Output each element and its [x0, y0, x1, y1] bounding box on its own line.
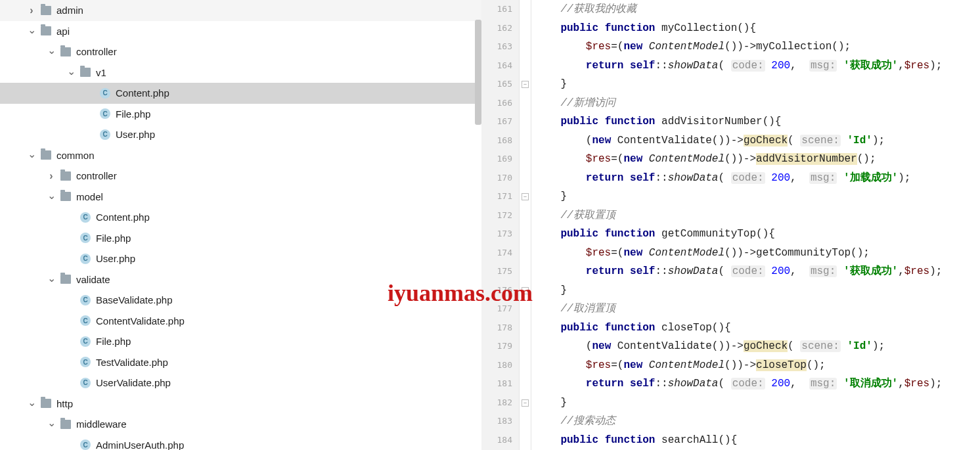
- chevron-down-icon[interactable]: ⌄: [66, 66, 76, 76]
- node-label: model: [76, 191, 103, 202]
- chevron-right-icon[interactable]: ›: [46, 171, 56, 181]
- php-class-icon: C: [80, 336, 91, 347]
- code-line[interactable]: $res=(new ContentModel())->myCollection(…: [535, 37, 980, 56]
- code-line[interactable]: $res=(new ContentModel())->closeTop();: [535, 356, 980, 375]
- php-class-icon: C: [80, 295, 91, 305]
- file-node-file-php[interactable]: CFile.php: [0, 331, 481, 352]
- code-line[interactable]: return self::showData( code: 200, msg: '…: [535, 56, 980, 76]
- node-label: v1: [96, 67, 106, 78]
- folder-node-model[interactable]: ⌄model: [0, 187, 481, 208]
- chevron-right-icon[interactable]: ›: [26, 5, 37, 16]
- fold-toggle-icon[interactable]: −: [522, 193, 529, 200]
- line-number: 161: [481, 0, 519, 19]
- folder-node-middleware[interactable]: ⌄middleware: [0, 414, 481, 435]
- line-number: 163: [481, 37, 519, 56]
- file-tree-sidebar[interactable]: ›admin⌄api⌄controller⌄v1CContent.phpCFil…: [0, 0, 481, 450]
- line-number: 181: [481, 374, 519, 394]
- code-area[interactable]: //获取我的收藏 public function myCollection(){…: [531, 0, 980, 450]
- php-class-icon: C: [80, 378, 91, 388]
- line-number: 164: [481, 56, 519, 76]
- sidebar-scrollbar-thumb[interactable]: [475, 20, 481, 125]
- node-label: Content.php: [116, 87, 169, 99]
- code-line[interactable]: public function closeTop(){: [535, 319, 980, 338]
- fold-column[interactable]: −−−−: [520, 0, 531, 450]
- file-node-testvalidate-php[interactable]: CTestValidate.php: [0, 352, 481, 373]
- code-line[interactable]: }: [535, 281, 980, 300]
- node-label: ContentValidate.php: [96, 315, 185, 326]
- php-class-icon: C: [100, 108, 110, 119]
- file-node-file-php[interactable]: CFile.php: [0, 228, 481, 249]
- chevron-down-icon[interactable]: ⌄: [46, 190, 56, 200]
- chevron-down-icon[interactable]: ⌄: [26, 148, 37, 159]
- folder-icon: [60, 192, 71, 201]
- node-label: validate: [76, 274, 110, 285]
- folder-node-v1[interactable]: ⌄v1: [0, 62, 481, 83]
- code-line[interactable]: return self::showData( code: 200, msg: '…: [535, 374, 980, 394]
- node-label: AdminUserAuth.php: [96, 439, 184, 450]
- code-line[interactable]: //获取我的收藏: [535, 0, 980, 19]
- folder-icon: [60, 275, 71, 284]
- code-line[interactable]: return self::showData( code: 200, msg: '…: [535, 169, 980, 188]
- fold-toggle-icon[interactable]: −: [522, 287, 529, 294]
- code-line[interactable]: public function myCollection(){: [535, 19, 980, 38]
- folder-icon: [41, 399, 51, 408]
- node-label: http: [56, 398, 73, 409]
- file-node-contentvalidate-php[interactable]: CContentValidate.php: [0, 311, 481, 332]
- chevron-down-icon[interactable]: ⌄: [46, 418, 56, 428]
- line-number: 179: [481, 337, 519, 356]
- code-line[interactable]: }: [535, 75, 980, 94]
- node-label: TestValidate.php: [96, 357, 168, 368]
- fold-toggle-icon[interactable]: −: [522, 399, 529, 407]
- code-line[interactable]: public function searchAll(){: [535, 431, 980, 450]
- file-node-uservalidate-php[interactable]: CUserValidate.php: [0, 372, 481, 394]
- file-node-user-php[interactable]: CUser.php: [0, 124, 481, 145]
- node-label: api: [56, 26, 70, 37]
- file-node-content-php[interactable]: CContent.php: [0, 83, 481, 104]
- code-line[interactable]: //新增访问: [535, 94, 980, 113]
- code-line[interactable]: (new ContentValidate())->goCheck( scene:…: [535, 131, 980, 150]
- code-line[interactable]: $res=(new ContentModel())->getCommunityT…: [535, 244, 980, 263]
- folder-node-http[interactable]: ⌄http: [0, 394, 481, 415]
- line-number: 168: [481, 131, 519, 150]
- folder-node-common[interactable]: ⌄common: [0, 145, 481, 166]
- chevron-down-icon[interactable]: ⌄: [26, 24, 37, 35]
- line-number: 180: [481, 356, 519, 375]
- code-line[interactable]: public function getCommunityTop(){: [535, 225, 980, 244]
- line-number: 183: [481, 412, 519, 431]
- code-line[interactable]: }: [535, 394, 980, 413]
- folder-icon: [60, 171, 71, 181]
- code-line[interactable]: (new ContentValidate())->goCheck( scene:…: [535, 337, 980, 356]
- code-line[interactable]: //取消置顶: [535, 300, 980, 319]
- code-line[interactable]: return self::showData( code: 200, msg: '…: [535, 262, 980, 281]
- php-class-icon: C: [80, 254, 91, 264]
- folder-node-admin[interactable]: ›admin: [0, 0, 481, 21]
- line-number: 176: [481, 281, 519, 300]
- folder-node-controller[interactable]: ›controller: [0, 166, 481, 187]
- line-number: 174: [481, 244, 519, 263]
- folder-icon: [80, 68, 91, 77]
- folder-node-validate[interactable]: ⌄validate: [0, 269, 481, 290]
- line-number: 162: [481, 19, 519, 38]
- code-line[interactable]: }: [535, 187, 980, 206]
- file-node-basevalidate-php[interactable]: CBaseValidate.php: [0, 290, 481, 311]
- code-line[interactable]: //获取置顶: [535, 206, 980, 225]
- folder-node-api[interactable]: ⌄api: [0, 21, 481, 42]
- folder-node-controller[interactable]: ⌄controller: [0, 41, 481, 62]
- code-line[interactable]: //搜索动态: [535, 412, 980, 431]
- code-line[interactable]: $res=(new ContentModel())->addVisitorNum…: [535, 150, 980, 169]
- chevron-down-icon[interactable]: ⌄: [46, 273, 56, 283]
- line-number: 182: [481, 394, 519, 413]
- node-label: File.php: [116, 108, 150, 120]
- node-label: User.php: [96, 253, 135, 264]
- chevron-down-icon[interactable]: ⌄: [46, 45, 56, 56]
- code-editor[interactable]: 1611621631641651661671681691701711721731…: [481, 0, 980, 450]
- fold-toggle-icon[interactable]: −: [522, 81, 529, 88]
- file-node-adminuserauth-php[interactable]: CAdminUserAuth.php: [0, 435, 481, 451]
- file-node-content-php[interactable]: CContent.php: [0, 207, 481, 228]
- code-line[interactable]: public function addVisitorNumber(){: [535, 112, 980, 131]
- file-node-file-php[interactable]: CFile.php: [0, 104, 481, 125]
- node-label: admin: [56, 5, 83, 16]
- file-node-user-php[interactable]: CUser.php: [0, 248, 481, 269]
- chevron-down-icon[interactable]: ⌄: [26, 397, 37, 407]
- line-number-gutter: 1611621631641651661671681691701711721731…: [481, 0, 520, 450]
